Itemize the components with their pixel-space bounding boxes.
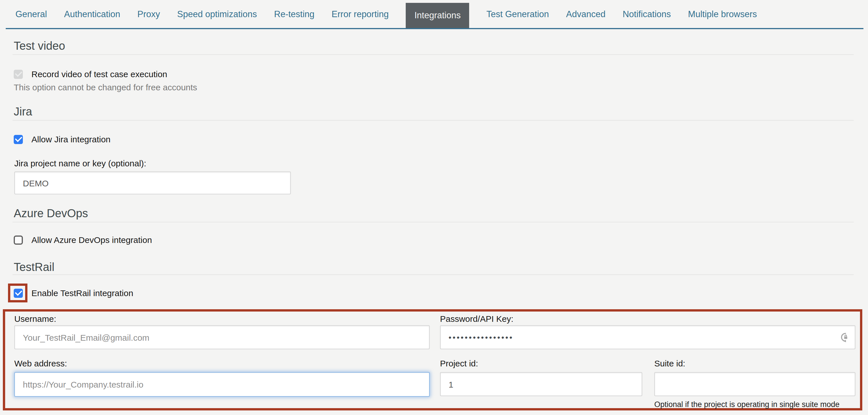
tab-notifications[interactable]: Notifications: [623, 9, 671, 19]
username-label: Username:: [14, 315, 56, 324]
tab-bar-underline: [6, 28, 863, 29]
jira-project-input[interactable]: [14, 172, 291, 195]
tab-proxy[interactable]: Proxy: [137, 9, 160, 19]
web-address-input[interactable]: [14, 372, 430, 397]
suite-id-label: Suite id:: [654, 359, 685, 368]
enable-testrail-checkbox-label: Enable TestRail integration: [31, 288, 133, 298]
allow-azure-checkbox-label: Allow Azure DevOps integration: [31, 235, 152, 245]
password-label: Password/API Key:: [440, 315, 514, 324]
section-title-testrail: TestRail: [14, 261, 54, 274]
check-icon: [14, 135, 22, 142]
tab-speed-optimizations[interactable]: Speed optimizations: [177, 9, 257, 19]
enable-testrail-checkbox[interactable]: [14, 288, 23, 298]
allow-jira-checkbox[interactable]: [14, 135, 23, 144]
tab-test-generation[interactable]: Test Generation: [486, 9, 549, 19]
tab-integrations-selected[interactable]: Integrations: [406, 3, 469, 28]
record-video-checkbox: [14, 69, 23, 79]
suite-id-note: Optional if the project is operating in …: [654, 400, 839, 409]
section-divider: [12, 54, 854, 55]
tab-advanced[interactable]: Advanced: [566, 9, 606, 19]
section-divider: [12, 222, 854, 223]
section-title-test-video: Test video: [14, 39, 65, 53]
check-icon: [14, 69, 22, 77]
tab-authentication[interactable]: Authentication: [64, 9, 120, 19]
azure-checkbox-row: Allow Azure DevOps integration: [14, 235, 152, 245]
section-divider: [12, 274, 854, 275]
jira-project-label: Jira project name or key (optional):: [14, 159, 146, 168]
password-input[interactable]: [440, 325, 856, 349]
section-title-jira: Jira: [14, 105, 32, 118]
check-icon: [14, 288, 22, 296]
free-account-note: This option cannot be changed for free a…: [14, 82, 197, 92]
section-divider: [12, 120, 854, 121]
allow-jira-checkbox-label: Allow Jira integration: [31, 134, 111, 144]
section-title-azure-devops: Azure DevOps: [14, 207, 88, 220]
tab-error-reporting[interactable]: Error reporting: [332, 9, 389, 19]
web-address-label: Web address:: [14, 359, 67, 368]
tab-re-testing[interactable]: Re-testing: [274, 9, 314, 19]
password-field: [440, 325, 856, 349]
allow-azure-checkbox[interactable]: [14, 235, 23, 244]
password-manager-lock-icon[interactable]: [840, 331, 851, 343]
tab-general[interactable]: General: [16, 9, 47, 19]
settings-tab-bar: General Authentication Proxy Speed optim…: [0, 0, 868, 28]
project-id-input[interactable]: [440, 372, 642, 396]
tab-multiple-browsers[interactable]: Multiple browsers: [688, 9, 757, 19]
record-video-checkbox-row: Record video of test case execution: [14, 69, 167, 79]
integrations-settings-page: General Authentication Proxy Speed optim…: [0, 0, 868, 415]
project-id-label: Project id:: [440, 359, 478, 368]
record-video-checkbox-label: Record video of test case execution: [31, 69, 167, 79]
jira-checkbox-row: Allow Jira integration: [14, 134, 111, 144]
username-input[interactable]: [14, 325, 430, 349]
testrail-checkbox-row: Enable TestRail integration: [14, 288, 133, 298]
suite-id-input[interactable]: [654, 372, 856, 396]
